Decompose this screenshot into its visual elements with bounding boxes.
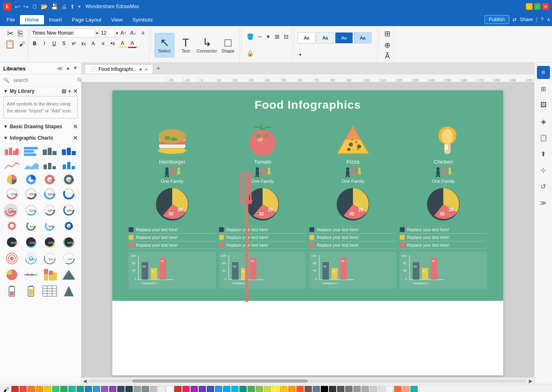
basic-shapes-header[interactable]: ▼ Basic Drawing Shapes ✕ (3, 123, 78, 130)
decrease-font-btn[interactable]: A↓ (129, 28, 138, 37)
redo-btn[interactable]: ↪ (23, 3, 28, 11)
color-swatch[interactable] (402, 386, 410, 392)
color-swatch[interactable] (353, 386, 361, 392)
fill-btn[interactable]: 🪣 (245, 33, 255, 41)
color-swatch[interactable] (93, 386, 100, 392)
style-preview-3[interactable]: Aa (335, 32, 353, 44)
icon-cell-17[interactable]: 38% (3, 204, 18, 218)
color-swatch[interactable] (199, 386, 206, 392)
color-swatch[interactable] (68, 386, 76, 392)
tab-food-infographics[interactable]: 📄 Food Infographi... ● ✕ (85, 64, 153, 74)
icon-cell-35[interactable] (41, 268, 58, 281)
menu-symbols[interactable]: Symbols (127, 15, 158, 24)
color-swatch[interactable] (174, 386, 182, 392)
icon-cell-34[interactable] (22, 268, 39, 281)
rp-grid-btn[interactable]: ⊞ (537, 82, 550, 95)
italic-btn[interactable]: I (40, 39, 49, 48)
tab-add-btn[interactable]: + (153, 63, 163, 74)
color-swatch[interactable] (386, 386, 393, 392)
color-swatch[interactable] (150, 386, 157, 392)
icon-cell-11[interactable]: 52% (41, 173, 58, 186)
color-swatch[interactable] (321, 386, 328, 392)
font-size-dropdown[interactable]: ▾ (116, 31, 118, 35)
icon-cell-32[interactable]: 34% (60, 252, 77, 265)
print-btn[interactable]: 🖨 (61, 3, 67, 10)
sidebar-collapse-btn[interactable]: ≪ (57, 65, 63, 72)
color-swatch[interactable] (166, 386, 173, 392)
help-btn[interactable]: ? (541, 17, 543, 22)
connector-tool-btn[interactable]: ↳ Connector (197, 33, 217, 57)
sidebar-scroll-down[interactable]: ▼ (73, 65, 78, 72)
hscroll-track[interactable] (88, 379, 527, 383)
align-btn-2[interactable]: ⊟ (282, 33, 290, 41)
icon-cell-31[interactable]: 39% (41, 252, 58, 265)
color-swatch[interactable] (158, 386, 165, 392)
icon-cell-12[interactable]: 83% (60, 173, 77, 186)
library-expand-btn[interactable]: ⊞ (61, 88, 66, 94)
icon-cell-9[interactable] (3, 173, 20, 186)
publish-btn[interactable]: Publish (484, 15, 509, 24)
export-btn[interactable]: ⬆ (70, 3, 75, 10)
strikethrough-btn[interactable]: S (59, 39, 68, 48)
scroll-left-btn[interactable]: ◀ (83, 378, 87, 384)
line-style-btn[interactable]: ─ (256, 33, 263, 41)
increase-font-btn[interactable]: A↑ (119, 28, 128, 37)
icon-cell-13[interactable]: 70% (3, 187, 20, 200)
underline-btn[interactable]: U (50, 39, 59, 48)
infographic-header[interactable]: ▼ Infographic Charts ✕ (3, 135, 78, 141)
scroll-right-btn[interactable]: ▶ (529, 378, 532, 384)
menu-insert[interactable]: Insert (44, 15, 67, 24)
my-library-header[interactable]: ▼ My Library ⊞ + ✕ (3, 88, 78, 94)
infographic-close-btn[interactable]: ✕ (73, 135, 78, 141)
icon-cell-23[interactable]: 59% (41, 219, 58, 232)
icon-cell-26[interactable]: 62% (22, 236, 39, 249)
color-swatch[interactable] (117, 386, 125, 392)
color-swatch[interactable] (44, 386, 51, 392)
rp-layers-btn[interactable]: ◈ (537, 115, 550, 128)
hscroll-thumb[interactable] (132, 379, 308, 383)
color-swatch[interactable] (36, 386, 43, 392)
icon-cell-20[interactable]: 88% (60, 204, 77, 217)
maximize-btn[interactable]: □ (534, 3, 541, 10)
icon-cell-21[interactable] (3, 219, 20, 232)
color-swatch[interactable] (304, 386, 312, 392)
effects-btn[interactable]: ✦ (264, 33, 272, 41)
sidebar-search-input[interactable] (11, 76, 77, 84)
icon-cell-15[interactable]: 80% (41, 187, 58, 200)
table-btn[interactable]: ⊞ (383, 28, 392, 39)
icon-cell-5[interactable] (3, 159, 20, 172)
list-btn[interactable]: ≡ (99, 39, 107, 48)
color-swatch[interactable] (101, 386, 108, 392)
icon-cell-33[interactable] (3, 268, 20, 281)
highlight-btn[interactable]: A (118, 39, 127, 48)
align-btn[interactable]: ≡ (138, 28, 147, 37)
font-color-btn[interactable]: A (128, 39, 137, 48)
subscript-btn[interactable]: x₂ (79, 39, 88, 48)
insert-btn[interactable]: ⊕ (383, 40, 392, 50)
font-size-input[interactable] (99, 28, 115, 37)
color-swatch[interactable] (361, 386, 369, 392)
icon-cell-10[interactable] (22, 173, 39, 186)
color-swatch[interactable] (231, 386, 239, 392)
icon-cell-3[interactable] (41, 145, 58, 158)
style-preview-4[interactable]: Aa (354, 32, 372, 44)
color-swatch[interactable] (337, 386, 344, 392)
sidebar-scroll-up[interactable]: ▲ (66, 65, 70, 72)
search-submit-icon[interactable]: 🔍 (77, 77, 81, 83)
more-dropdown[interactable]: ▾ (78, 4, 81, 9)
icon-cell-14[interactable]: 65% (22, 187, 39, 200)
icon-cell-37[interactable] (3, 285, 20, 298)
text-style-btn[interactable]: Ã (383, 51, 391, 61)
color-swatch[interactable] (288, 386, 296, 392)
rp-export-btn[interactable]: ⬆ (537, 147, 550, 160)
styles-expand-btn[interactable]: ▾ (298, 51, 303, 58)
paste-btn[interactable]: 📋 (3, 39, 17, 49)
color-swatch[interactable] (370, 386, 377, 392)
rp-notes-btn[interactable]: 📋 (537, 131, 550, 144)
icon-cell-27[interactable]: 63% (41, 236, 58, 249)
rp-navigate-btn[interactable]: ⊹ (537, 164, 550, 177)
menu-view[interactable]: View (106, 15, 127, 24)
color-swatch[interactable] (142, 386, 149, 392)
icon-cell-18[interactable]: 62% (22, 204, 39, 217)
color-swatch[interactable] (20, 386, 27, 392)
